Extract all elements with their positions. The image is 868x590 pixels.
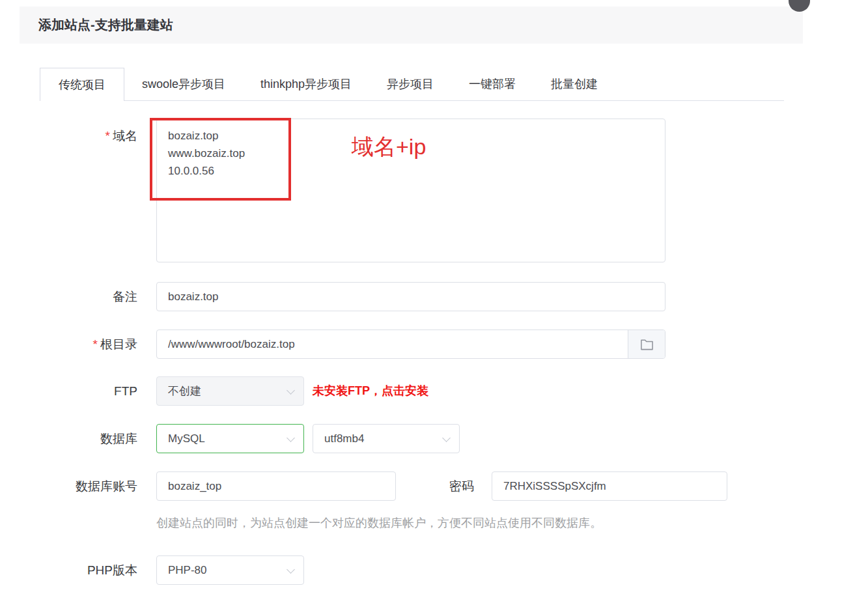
ftp-select[interactable]: 不创建 — [156, 376, 304, 406]
php-version-select[interactable]: PHP-80 — [156, 555, 304, 585]
required-asterisk: * — [93, 337, 98, 351]
chevron-down-icon — [287, 565, 295, 574]
remark-input[interactable] — [156, 282, 665, 311]
chevron-down-icon — [442, 434, 451, 442]
database-label: 数据库 — [0, 424, 137, 453]
tab-one-click-deploy[interactable]: 一键部署 — [451, 68, 533, 100]
tab-label: 异步项目 — [387, 76, 434, 92]
dialog-title: 添加站点-支持批量建站 — [20, 7, 803, 44]
root-dir-label: *根目录 — [0, 330, 137, 359]
add-site-dialog: 添加站点-支持批量建站 传统项目 swoole异步项目 thinkphp异步项目… — [0, 0, 868, 590]
ftp-install-link[interactable]: 未安装FTP，点击安装 — [313, 376, 428, 406]
tab-traditional-project[interactable]: 传统项目 — [40, 68, 124, 101]
db-password-input[interactable] — [492, 471, 727, 501]
database-type-value: MySQL — [168, 432, 205, 445]
root-dir-row: *根目录 — [0, 330, 868, 359]
db-password-label: 密码 — [404, 471, 474, 501]
tab-label: 批量创建 — [551, 76, 598, 92]
database-row: 数据库 MySQL utf8mb4 — [0, 424, 868, 453]
database-type-select[interactable]: MySQL — [156, 424, 304, 453]
tab-label: 一键部署 — [469, 76, 516, 92]
folder-icon — [639, 337, 654, 351]
tab-label: 传统项目 — [59, 77, 105, 92]
db-account-input[interactable] — [156, 471, 396, 501]
root-dir-label-text: 根目录 — [100, 337, 137, 351]
php-version-value: PHP-80 — [168, 564, 207, 577]
required-asterisk: * — [105, 129, 110, 143]
database-charset-select[interactable]: utf8mb4 — [313, 424, 460, 453]
ftp-label: FTP — [0, 376, 137, 406]
tab-label: thinkphp异步项目 — [260, 76, 352, 92]
ftp-row: FTP 不创建 未安装FTP，点击安装 — [0, 376, 868, 406]
tab-label: swoole异步项目 — [142, 76, 225, 92]
tab-thinkphp-async-project[interactable]: thinkphp异步项目 — [243, 68, 369, 100]
root-dir-input[interactable] — [157, 330, 628, 358]
chevron-down-icon — [287, 386, 295, 395]
database-helper-text: 创建站点的同时，为站点创建一个对应的数据库帐户，方便不同站点使用不同数据库。 — [156, 515, 602, 531]
ftp-select-value: 不创建 — [168, 384, 201, 399]
domain-label: *域名 — [0, 128, 137, 145]
root-dir-input-group — [156, 330, 665, 359]
remark-row: 备注 — [0, 282, 868, 311]
db-account-label: 数据库账号 — [0, 471, 137, 501]
project-type-tabs: 传统项目 swoole异步项目 thinkphp异步项目 异步项目 一键部署 批… — [40, 68, 784, 101]
database-charset-value: utf8mb4 — [324, 432, 364, 445]
database-account-row: 数据库账号 密码 — [0, 471, 868, 501]
domain-textarea[interactable]: bozaiz.top www.bozaiz.top 10.0.0.56 — [156, 119, 665, 262]
domain-row: *域名 bozaiz.top www.bozaiz.top 10.0.0.56 — [0, 119, 868, 262]
open-directory-button[interactable] — [628, 330, 665, 358]
tab-swoole-async-project[interactable]: swoole异步项目 — [124, 68, 243, 100]
chevron-down-icon — [287, 434, 295, 442]
remark-label: 备注 — [0, 282, 137, 311]
php-version-row: PHP版本 PHP-80 — [0, 555, 868, 585]
domain-label-text: 域名 — [113, 129, 137, 143]
dialog-header: 添加站点-支持批量建站 — [20, 7, 803, 44]
php-version-label: PHP版本 — [0, 555, 137, 585]
tab-async-project[interactable]: 异步项目 — [369, 68, 451, 100]
tab-batch-create[interactable]: 批量创建 — [533, 68, 615, 100]
